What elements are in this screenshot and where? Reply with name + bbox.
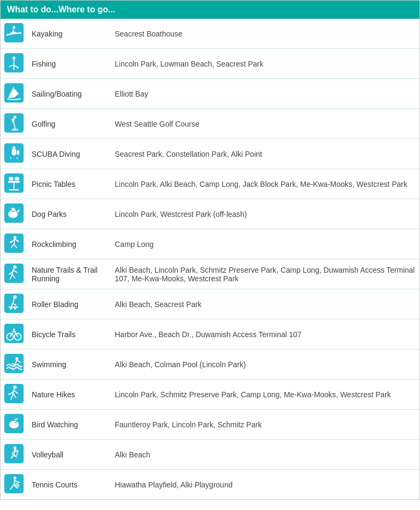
icon-cell-nature-trails — [1, 259, 27, 289]
svg-rect-13 — [17, 150, 19, 155]
svg-point-38 — [14, 308, 16, 310]
svg-point-58 — [13, 477, 16, 479]
svg-point-46 — [13, 385, 17, 389]
table-row: Roller BladingAlki Beach, Seacrest Park — [1, 289, 419, 319]
icon-cell-picnic — [1, 169, 27, 199]
svg-point-34 — [13, 265, 17, 268]
svg-rect-18 — [9, 177, 13, 180]
activity-label-swimming: Swimming — [27, 349, 110, 380]
location-cell-nature-trails: Alki Beach, Lincoln Park, Schmitz Preser… — [110, 259, 419, 289]
table-row: Tennis CourtsHiawatha Playfield, Alki Pl… — [1, 470, 419, 500]
svg-point-32 — [17, 241, 19, 243]
svg-point-23 — [11, 209, 12, 210]
activity-label-fishing: Fishing — [27, 49, 110, 79]
location-cell-picnic: Lincoln Park, Alki Beach, Camp Long, Jac… — [110, 169, 419, 199]
icon-cell-nature-hikes — [1, 380, 27, 410]
svg-point-5 — [17, 67, 19, 69]
icon-cell-roller-blading — [1, 289, 27, 319]
activity-label-roller-blading: Roller Blading — [27, 289, 110, 319]
location-cell-golfing: West Seattle Golf Course — [110, 109, 419, 139]
svg-rect-39 — [4, 324, 24, 343]
svg-point-37 — [10, 308, 12, 310]
table-row: KayakingSeacrest Boathouse — [1, 19, 419, 49]
location-cell-sailing: Elliott Bay — [110, 79, 419, 109]
icon-cell-rockclimbing — [1, 229, 27, 259]
location-cell-fishing: Lincoln Park, Lowman Beach, Seacrest Par… — [110, 49, 419, 79]
activity-label-nature-hikes: Nature Hikes — [27, 380, 110, 410]
activity-label-bicycle-trails: Bicycle Trails — [27, 319, 110, 349]
table-row: Nature Trails & Trail RunningAlki Beach,… — [1, 259, 419, 289]
svg-point-48 — [9, 421, 19, 428]
table-row: RockclimbingCamp Long — [1, 229, 419, 259]
icon-cell-sailing — [1, 79, 27, 109]
activities-table: KayakingSeacrest BoathouseFishingLincoln… — [1, 19, 419, 499]
activity-label-scuba: SCUBA Diving — [27, 139, 110, 169]
icon-cell-volleyball — [1, 440, 27, 470]
table-row: SwimmingAlki Beach, Colman Pool (Lincoln… — [1, 349, 419, 380]
svg-rect-19 — [15, 177, 19, 180]
location-cell-tennis: Hiawatha Playfield, Alki Playground — [110, 470, 419, 500]
svg-point-42 — [13, 329, 15, 331]
activity-label-bird-watching: Bird Watching — [27, 410, 110, 440]
location-cell-dog-parks: Lincoln Park, Westcrest Park (off-leash) — [110, 199, 419, 229]
activity-label-nature-trails: Nature Trails & Trail Running — [27, 259, 110, 289]
svg-point-8 — [13, 116, 16, 119]
location-cell-swimming: Alki Beach, Colman Pool (Lincoln Park) — [110, 349, 419, 380]
svg-point-31 — [10, 241, 12, 243]
activity-label-picnic: Picnic Tables — [27, 169, 110, 199]
svg-point-1 — [12, 26, 15, 28]
icon-cell-tennis — [1, 470, 27, 500]
svg-rect-15 — [8, 181, 20, 183]
icon-cell-kayaking — [1, 19, 27, 49]
activity-label-volleyball: Volleyball — [27, 440, 110, 470]
svg-point-44 — [16, 357, 18, 360]
location-cell-rockclimbing: Camp Long — [110, 229, 419, 259]
icon-cell-dog-parks — [1, 199, 27, 229]
table-row: Bird WatchingFauntleroy Park, Lincoln Pa… — [1, 410, 419, 440]
table-row: SCUBA DivingSeacrest Park, Constellation… — [1, 139, 419, 169]
activity-label-rockclimbing: Rockclimbing — [27, 229, 110, 259]
icon-cell-swimming — [1, 349, 27, 380]
svg-point-25 — [13, 236, 16, 239]
location-cell-kayaking: Seacrest Boathouse — [110, 19, 419, 49]
table-row: Bicycle TrailsHarbor Ave., Beach Dr., Du… — [1, 319, 419, 349]
activity-label-sailing: Sailing/Boating — [27, 79, 110, 109]
icon-cell-bird-watching — [1, 410, 27, 440]
icon-cell-bicycle-trails — [1, 319, 27, 349]
main-container: What to do...Where to go... KayakingSeac… — [0, 0, 420, 500]
svg-point-3 — [12, 56, 15, 59]
location-cell-nature-hikes: Lincoln Park, Schmitz Preserve Park, Cam… — [110, 380, 419, 410]
location-cell-volleyball: Alki Beach — [110, 440, 419, 470]
location-cell-roller-blading: Alki Beach, Seacrest Park — [110, 289, 419, 319]
activity-label-tennis: Tennis Courts — [27, 470, 110, 500]
location-cell-scuba: Seacrest Park, Constellation Park, Alki … — [110, 139, 419, 169]
svg-point-49 — [15, 422, 17, 424]
page-header: What to do...Where to go... — [1, 1, 419, 19]
table-row: VolleyballAlki Beach — [1, 440, 419, 470]
icon-cell-scuba — [1, 139, 27, 169]
table-row: Nature HikesLincoln Park, Schmitz Preser… — [1, 380, 419, 410]
table-row: Sailing/BoatingElliott Bay — [1, 79, 419, 109]
table-row: GolfingWest Seattle Golf Course — [1, 109, 419, 139]
activity-label-kayaking: Kayaking — [27, 19, 110, 49]
header-title: What to do...Where to go... — [7, 5, 115, 14]
table-row: Dog ParksLincoln Park, Westcrest Park (o… — [1, 199, 419, 229]
location-cell-bird-watching: Fauntleroy Park, Lincoln Park, Schmitz P… — [110, 410, 419, 440]
icon-cell-fishing — [1, 49, 27, 79]
svg-rect-43 — [4, 354, 24, 373]
table-row: FishingLincoln Park, Lowman Beach, Seacr… — [1, 49, 419, 79]
svg-point-36 — [13, 295, 17, 298]
svg-point-51 — [13, 447, 16, 449]
icon-cell-golfing — [1, 109, 27, 139]
svg-point-12 — [12, 146, 15, 149]
activity-label-golfing: Golfing — [27, 109, 110, 139]
activity-label-dog-parks: Dog Parks — [27, 199, 110, 229]
location-cell-bicycle-trails: Harbor Ave., Beach Dr., Duwamish Access … — [110, 319, 419, 349]
table-row: Picnic TablesLincoln Park, Alki Beach, C… — [1, 169, 419, 199]
